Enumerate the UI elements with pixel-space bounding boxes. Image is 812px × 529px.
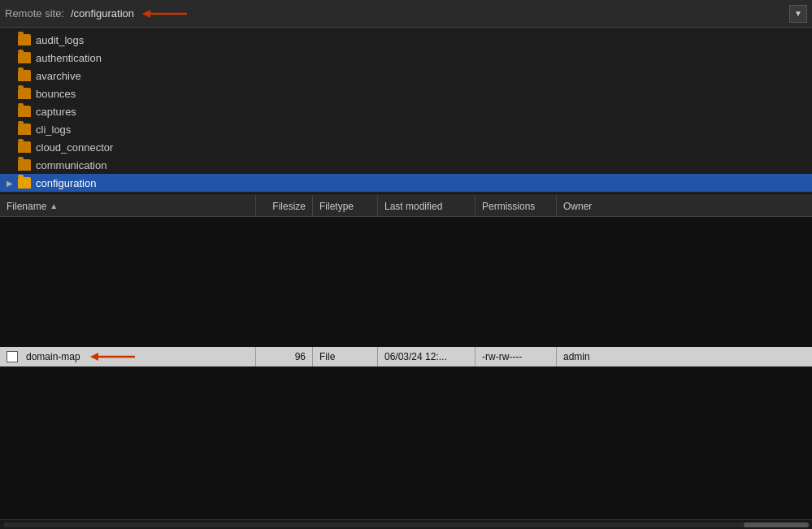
file-tree: audit_logs authentication avarchive boun… [0,28,812,196]
tree-item-label: configuration [36,177,96,189]
col-header-owner[interactable]: Owner [557,196,812,216]
file-size: 96 [295,351,306,362]
tree-item-label: bounces [36,88,76,100]
file-permissions-cell: -rw-rw---- [475,347,557,366]
col-header-filetype[interactable]: Filetype [313,196,378,216]
remote-dropdown-button[interactable]: ▼ [789,5,807,23]
remote-label: Remote site: [5,7,64,20]
folder-icon [18,177,31,189]
folder-icon [18,141,31,153]
dropdown-arrow-icon: ▼ [794,9,802,18]
file-row-arrow [90,350,139,363]
owner-label: Owner [563,201,592,212]
remote-bar: Remote site: /configuration ▼ [0,0,812,28]
file-name: domain-map [26,351,80,362]
file-lastmod: 06/03/24 12:... [384,351,447,362]
file-list-empty-bottom [0,366,812,519]
main-container: Remote site: /configuration ▼ audit_logs… [0,0,812,529]
tree-item-label: communication [36,159,106,171]
folder-icon [18,106,31,117]
svg-marker-3 [90,353,98,361]
file-type: File [319,351,335,362]
filesize-label: Filesize [272,201,306,212]
file-size-cell: 96 [256,347,313,366]
file-icon [7,351,18,362]
filetype-label: Filetype [319,201,354,212]
remote-path: /configuration [71,7,134,20]
scrollbar-area[interactable] [0,519,812,529]
folder-icon [18,88,31,99]
expand-icon: ▶ [7,179,18,188]
sort-arrow-icon: ▲ [50,202,58,210]
folder-icon [18,70,31,81]
column-headers: Filename ▲ Filesize Filetype Last modifi… [0,196,812,217]
folder-icon [18,34,31,46]
file-owner-cell: admin [557,347,812,366]
tree-item-cli-logs[interactable]: cli_logs [0,120,812,138]
col-header-lastmod[interactable]: Last modified [378,196,475,216]
scrollbar-track[interactable] [3,522,809,527]
tree-item-label: authentication [36,52,102,64]
lastmod-label: Last modified [384,201,442,212]
tree-item-label: avarchive [36,70,81,82]
permissions-label: Permissions [482,201,535,212]
path-arrow [142,7,191,21]
tree-item-label: captures [36,106,76,118]
tree-item-label: cloud_connector [36,141,113,154]
tree-item-avarchive[interactable]: avarchive [0,67,812,85]
file-permissions: -rw-rw---- [482,351,522,362]
tree-item-label: audit_logs [36,34,84,46]
tree-item-bounces[interactable]: bounces [0,85,812,102]
col-header-filesize[interactable]: Filesize [256,196,313,216]
file-list-empty-top [0,217,812,347]
file-lastmod-cell: 06/03/24 12:... [378,347,475,366]
tree-item-authentication[interactable]: authentication [0,49,812,67]
file-owner: admin [563,351,590,362]
tree-item-communication[interactable]: communication [0,156,812,174]
folder-icon [18,52,31,63]
col-header-filename[interactable]: Filename ▲ [0,196,256,216]
tree-item-configuration[interactable]: ▶ configuration [0,174,812,192]
scrollbar-thumb[interactable] [744,522,809,527]
tree-item-cloud-connector[interactable]: cloud_connector [0,138,812,156]
file-type-cell: File [313,347,378,366]
tree-item-captures[interactable]: captures [0,102,812,120]
tree-item-audit-logs[interactable]: audit_logs [0,31,812,49]
folder-icon [18,124,31,135]
col-header-permissions[interactable]: Permissions [475,196,557,216]
table-row[interactable]: domain-map 96 File 06/03/24 12:... -rw-r… [0,347,812,366]
remote-path-container: /configuration [71,7,783,21]
folder-icon [18,159,31,171]
file-name-cell: domain-map [0,347,256,366]
svg-marker-1 [142,10,150,18]
tree-item-label: cli_logs [36,124,71,136]
filename-label: Filename [7,201,46,212]
